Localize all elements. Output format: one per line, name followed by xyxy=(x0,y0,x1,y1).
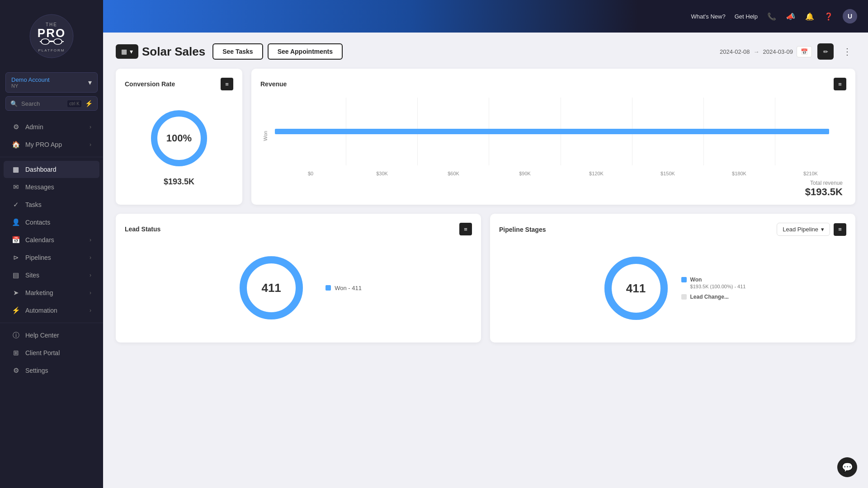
see-appointments-button[interactable]: See Appointments xyxy=(268,43,343,60)
lead-legend: Won - 411 xyxy=(326,285,362,291)
sidebar-item-pipelines[interactable]: ⊳ Pipelines › xyxy=(4,249,99,266)
sidebar-item-admin[interactable]: ⚙ Admin › xyxy=(4,118,99,136)
pipeline-stages-widget: Pipeline Stages Lead Pipeline ▾ ≡ xyxy=(490,214,855,343)
notifications-icon[interactable]: 🔔 xyxy=(805,11,815,21)
x-label-5: $150K xyxy=(632,171,703,176)
board-selector-button[interactable]: ▦ ▾ xyxy=(116,44,138,59)
more-options-button[interactable]: ⋮ xyxy=(839,44,855,59)
sidebar-item-contacts[interactable]: 👤 Contacts xyxy=(4,214,99,231)
account-selector[interactable]: Demo Account NY ▾ xyxy=(5,72,98,93)
dashboard-actions: See Tasks See Appointments xyxy=(212,43,343,60)
top-widget-row: Conversion Rate ≡ 100% $193.5K xyxy=(116,69,855,205)
board-arrow: ▾ xyxy=(130,48,133,55)
sidebar-item-sites[interactable]: ▤ Sites › xyxy=(4,267,99,284)
whats-new-label: What's New? xyxy=(691,13,726,20)
date-range-arrow: → xyxy=(754,48,760,55)
main-wrapper: What's New? Get Help 📞 📣 🔔 ❓ U ▦ ▾ Solar… xyxy=(103,0,868,488)
pipeline-legend-won-detail: $193.5K (100.00%) - 411 xyxy=(690,283,746,290)
conversion-rate-settings-button[interactable]: ≡ xyxy=(221,78,233,90)
content-area: ▦ ▾ Solar Sales See Tasks See Appointmen… xyxy=(103,33,868,488)
revenue-total-label: Total revenue xyxy=(260,180,843,186)
sidebar-label-dashboard: Dashboard xyxy=(25,166,91,173)
logo: THE PRO PLATFORM xyxy=(0,0,103,72)
whats-new-link[interactable]: What's New? xyxy=(691,13,726,20)
pipeline-settings-button[interactable]: ≡ xyxy=(834,223,846,236)
sidebar-item-automation[interactable]: ⚡ Automation › xyxy=(4,302,99,319)
megaphone-icon[interactable]: 📣 xyxy=(786,11,796,21)
conversion-rate-title: Conversion Rate xyxy=(125,80,175,88)
sidebar-label-sites: Sites xyxy=(25,272,84,279)
sidebar-item-dashboard[interactable]: ▦ Dashboard xyxy=(4,161,99,178)
sidebar-item-settings[interactable]: ⚙ Settings xyxy=(4,362,99,379)
sidebar-item-help-center[interactable]: ⓘ Help Center xyxy=(4,327,99,344)
search-input[interactable] xyxy=(21,100,64,107)
sidebar-item-tasks[interactable]: ✓ Tasks xyxy=(4,196,99,213)
svg-point-7 xyxy=(54,39,61,44)
sidebar-label-settings: Settings xyxy=(25,367,91,374)
pipelines-icon: ⊳ xyxy=(12,253,20,262)
legend-item-won: Won - 411 xyxy=(326,285,362,291)
conversion-value: $193.5K xyxy=(164,177,194,187)
revenue-widget: Revenue ≡ Won xyxy=(251,69,855,205)
pipeline-dot-lead-change xyxy=(681,294,687,300)
pipeline-stages-title: Pipeline Stages xyxy=(499,226,546,233)
sidebar-label-my-pro-app: My PRO App xyxy=(25,141,84,148)
x-label-3: $90K xyxy=(489,171,561,176)
x-label-1: $30K xyxy=(346,171,418,176)
pipeline-body: 411 Won $193.5K (100.00%) - 411 xyxy=(499,243,846,333)
svg-point-6 xyxy=(42,39,49,44)
calendars-icon: 📅 xyxy=(12,236,20,244)
marketing-icon: ➤ xyxy=(12,289,20,297)
pipeline-legend-won: Won $193.5K (100.00%) - 411 xyxy=(681,276,746,291)
edit-button[interactable]: ✏ xyxy=(817,43,834,60)
pipeline-header-right: Lead Pipeline ▾ ≡ xyxy=(777,223,846,236)
x-label-7: $210K xyxy=(775,171,846,176)
chat-bubble-button[interactable]: 💬 xyxy=(837,457,857,477)
topbar: What's New? Get Help 📞 📣 🔔 ❓ U xyxy=(103,0,868,33)
sidebar-item-marketing[interactable]: ➤ Marketing › xyxy=(4,284,99,301)
pipeline-dropdown-arrow: ▾ xyxy=(821,226,824,233)
pipeline-dropdown[interactable]: Lead Pipeline ▾ xyxy=(777,223,830,236)
see-tasks-button[interactable]: See Tasks xyxy=(212,43,263,60)
nav-divider-2 xyxy=(0,323,103,323)
sidebar-item-messages[interactable]: ✉ Messages xyxy=(4,178,99,196)
revenue-total-block: Total revenue $193.5K xyxy=(260,180,846,198)
chat-icon: 💬 xyxy=(842,462,853,473)
dash-left: ▦ ▾ Solar Sales See Tasks See Appointmen… xyxy=(116,43,343,60)
pipeline-count: 411 xyxy=(626,282,646,296)
conversion-donut: 100% xyxy=(147,107,211,170)
dashboard-header: ▦ ▾ Solar Sales See Tasks See Appointmen… xyxy=(116,43,855,60)
sidebar-item-my-pro-app[interactable]: 🏠 My PRO App › xyxy=(4,136,99,153)
get-help-link[interactable]: Get Help xyxy=(735,13,758,20)
sidebar-label-help-center: Help Center xyxy=(25,332,91,339)
calendar-icon[interactable]: 📅 xyxy=(797,46,812,57)
account-name: Demo Account xyxy=(11,76,50,83)
calendars-arrow: › xyxy=(90,237,91,243)
search-bar[interactable]: 🔍 ctrl K ⚡ xyxy=(5,96,98,111)
tasks-icon: ✓ xyxy=(12,201,20,209)
phone-icon[interactable]: 📞 xyxy=(767,11,777,21)
lead-status-widget: Lead Status ≡ 411 Won - 411 xyxy=(116,214,481,343)
marketing-arrow: › xyxy=(90,290,91,296)
account-arrow: ▾ xyxy=(88,78,92,87)
date-range: 2024-02-08 → 2024-03-09 📅 xyxy=(720,46,812,57)
revenue-settings-button[interactable]: ≡ xyxy=(834,78,846,90)
sidebar-item-client-portal[interactable]: ⊞ Client Portal xyxy=(4,344,99,361)
legend-label-won: Won - 411 xyxy=(335,285,362,291)
dash-right: 2024-02-08 → 2024-03-09 📅 ✏ ⋮ xyxy=(720,43,855,60)
admin-arrow: › xyxy=(90,124,91,130)
dashboard-title: Solar Sales xyxy=(142,45,205,59)
revenue-header: Revenue ≡ xyxy=(260,78,846,90)
conversion-rate-body: 100% $193.5K xyxy=(125,98,233,196)
x-label-0: $0 xyxy=(275,171,346,176)
client-portal-icon: ⊞ xyxy=(12,349,20,357)
revenue-y-label: Won xyxy=(263,131,268,141)
conversion-rate-widget: Conversion Rate ≡ 100% $193.5K xyxy=(116,69,242,205)
sidebar-label-client-portal: Client Portal xyxy=(25,349,91,357)
sites-arrow: › xyxy=(90,272,91,278)
sidebar-item-calendars[interactable]: 📅 Calendars › xyxy=(4,231,99,249)
help-icon[interactable]: ❓ xyxy=(824,11,834,21)
lead-status-settings-button[interactable]: ≡ xyxy=(459,223,472,235)
user-avatar[interactable]: U xyxy=(843,9,857,23)
sidebar-label-tasks: Tasks xyxy=(25,201,91,208)
